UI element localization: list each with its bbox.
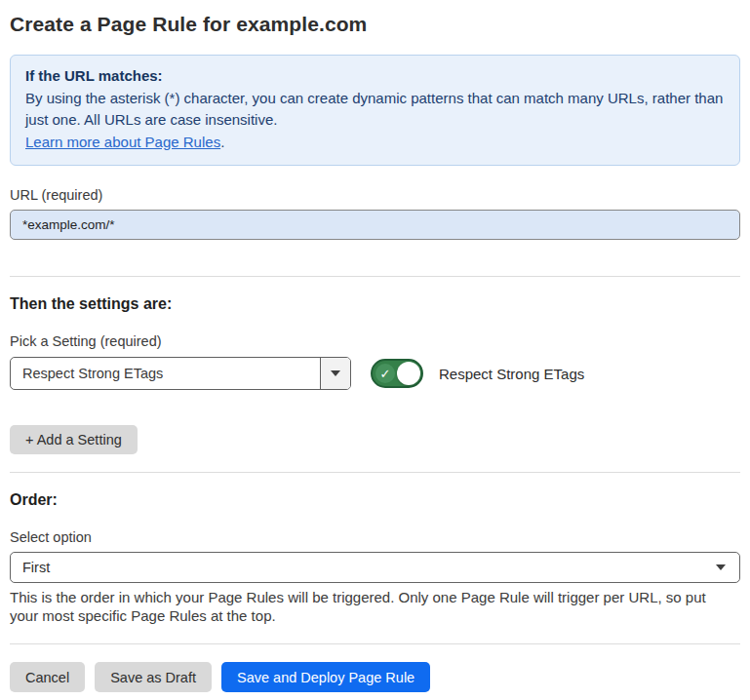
order-help-text: This is the order in which your Page Rul… xyxy=(10,588,736,625)
order-heading: Order: xyxy=(10,491,740,509)
toggle-knob xyxy=(397,362,420,385)
chevron-down-icon xyxy=(331,370,340,376)
chevron-down-icon xyxy=(716,564,726,570)
info-box-heading: If the URL matches: xyxy=(25,65,725,88)
info-box-link-line: Learn more about Page Rules. xyxy=(25,132,725,154)
setting-toggle-wrap: ✓ Respect Strong ETags xyxy=(371,359,584,388)
setting-toggle-label: Respect Strong ETags xyxy=(439,366,584,382)
url-input[interactable] xyxy=(10,210,740,240)
order-select-label: Select option xyxy=(10,529,740,545)
order-select[interactable]: First xyxy=(10,552,740,583)
divider xyxy=(10,643,740,644)
link-period: . xyxy=(220,134,224,150)
setting-select-value: Respect Strong ETags xyxy=(11,358,320,389)
pick-setting-label: Pick a Setting (required) xyxy=(10,333,740,349)
page-title: Create a Page Rule for example.com xyxy=(10,13,740,36)
divider xyxy=(10,276,740,277)
setting-row: Respect Strong ETags ✓ Respect Strong ET… xyxy=(10,357,740,390)
setting-toggle[interactable]: ✓ xyxy=(371,359,423,388)
check-circle: ✓ xyxy=(375,364,395,383)
cancel-button[interactable]: Cancel xyxy=(10,662,85,692)
setting-select-arrow-button[interactable] xyxy=(320,358,350,389)
add-setting-button[interactable]: + Add a Setting xyxy=(10,425,138,454)
check-icon: ✓ xyxy=(380,368,391,380)
footer-actions: Cancel Save as Draft Save and Deploy Pag… xyxy=(10,662,740,692)
save-and-deploy-button[interactable]: Save and Deploy Page Rule xyxy=(221,662,430,692)
setting-select[interactable]: Respect Strong ETags xyxy=(10,357,351,390)
url-match-info-box: If the URL matches: By using the asteris… xyxy=(10,55,740,166)
settings-heading: Then the settings are: xyxy=(10,295,740,313)
divider xyxy=(10,472,740,473)
url-section: URL (required) xyxy=(10,187,740,240)
url-label: URL (required) xyxy=(10,187,740,203)
order-select-value: First xyxy=(22,560,716,575)
learn-more-link[interactable]: Learn more about Page Rules xyxy=(25,134,220,150)
info-box-body: By using the asterisk (*) character, you… xyxy=(25,88,725,132)
save-as-draft-button[interactable]: Save as Draft xyxy=(95,662,212,692)
